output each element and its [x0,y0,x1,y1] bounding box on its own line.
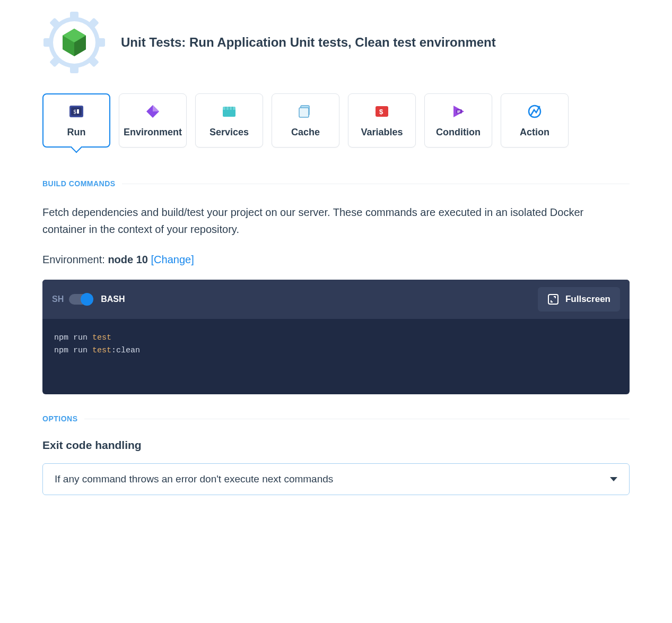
exit-code-select[interactable]: If any command throws an error don't exe… [42,463,630,495]
change-env-link[interactable]: [Change] [151,254,194,265]
tab-label: Condition [436,127,481,138]
build-commands-section-label: BUILD COMMANDS [42,179,630,188]
svg-text:IF: IF [457,109,461,113]
fullscreen-icon [547,293,559,305]
code-editor: SH BASH Fullscreen npm run test npm run … [42,280,630,394]
node-gear-icon [42,11,106,74]
svg-marker-18 [153,105,159,111]
page-title: Unit Tests: Run Application Unit tests, … [121,35,496,50]
svg-rect-16 [77,109,79,114]
tab-condition[interactable]: IF Condition [424,93,492,148]
env-prefix: Environment: [42,254,108,265]
svg-rect-19 [223,109,235,117]
chevron-down-icon [610,477,617,481]
tab-label: Cache [291,127,320,138]
svg-text:$: $ [379,108,383,116]
exit-code-title: Exit code handling [42,439,630,452]
condition-icon: IF [450,103,466,119]
tab-label: Action [520,127,549,138]
fullscreen-label: Fullscreen [565,294,610,305]
tab-label: Variables [361,127,403,138]
tab-label: Environment [124,127,182,138]
shell-toggle[interactable] [69,294,92,305]
tab-services[interactable]: Services [195,93,263,148]
tabs: $ Run Environment [42,93,630,148]
code-area[interactable]: npm run test npm run test:clean [42,319,630,394]
svg-rect-25 [299,108,309,117]
tab-label: Services [210,127,249,138]
run-icon: $ [68,103,84,119]
options-section-label: OPTIONS [42,414,630,423]
env-value: node 10 [108,254,148,265]
build-description: Fetch dependencies and build/test your p… [42,204,630,238]
tab-environment[interactable]: Environment [119,93,187,148]
action-icon [527,103,543,119]
fullscreen-button[interactable]: Fullscreen [538,287,620,312]
tab-run[interactable]: $ Run [42,93,110,148]
sh-label: SH [52,295,64,304]
svg-text:$: $ [73,109,76,115]
svg-rect-32 [548,295,558,304]
code-line: npm run test:clean [54,344,618,357]
code-line: npm run test [54,332,618,344]
tab-action[interactable]: Action [501,93,569,148]
header: Unit Tests: Run Application Unit tests, … [42,11,630,74]
editor-header: SH BASH Fullscreen [42,280,630,319]
services-icon [221,103,237,119]
environment-line: Environment: node 10 [Change] [42,254,630,266]
tab-cache[interactable]: Cache [272,93,339,148]
tab-label: Run [67,127,86,138]
bash-label: BASH [101,295,125,304]
environment-icon [145,103,161,119]
cache-icon [298,103,313,119]
select-value: If any command throws an error don't exe… [55,473,333,485]
variables-icon: $ [374,103,390,119]
tab-variables[interactable]: $ Variables [348,93,416,148]
